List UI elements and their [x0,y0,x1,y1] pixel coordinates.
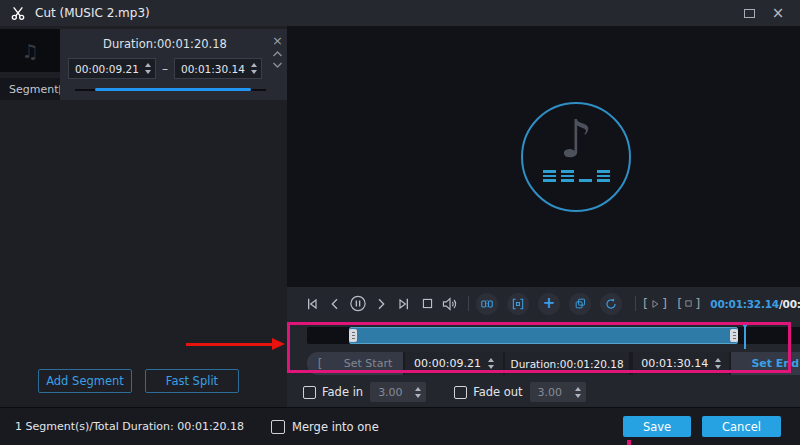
right-bracket-icon: ] [695,296,700,311]
timeline-track[interactable] [307,327,800,344]
spinner-up-icon [575,387,581,391]
stop-icon[interactable] [418,295,436,313]
step-back-icon[interactable] [326,295,344,313]
scissors-icon [10,5,26,21]
segment-card: Duration:00:01:20.18 00:00:09.21 – 00:01… [60,29,288,100]
spinner-down-icon [488,365,494,369]
fade-out-label: Fade out [473,385,522,399]
playback-time: 00:01:32.14/00:01:40.02 [710,298,800,310]
fade-out-checkbox[interactable] [454,386,467,399]
trim-duration-text: Duration:00:01:20.18 [503,352,631,375]
footer-bar: 1 Segment(s)/Total Duration: 00:01:20.18… [0,407,800,445]
fade-in-input[interactable]: 3.00 [370,382,426,402]
playhead-line [744,325,746,349]
trim-start-input[interactable]: 00:00:09.21 [403,352,503,375]
merge-into-one-label: Merge into one [292,420,379,434]
fade-in-spinner[interactable] [415,387,421,398]
segment-start-value: 00:00:09.21 [75,63,139,75]
timeline-selection[interactable] [349,327,738,344]
pause-icon[interactable] [349,295,367,313]
spinner-up-icon [145,63,151,67]
trim-start-handle[interactable] [349,329,357,342]
segment-move-down-icon[interactable] [272,61,283,69]
segment-end-input[interactable]: 00:01:30.14 [174,58,262,79]
trim-end-input[interactable]: 00:01:30.14 [631,352,731,375]
select-segment-button[interactable] [507,293,529,315]
skip-to-end-icon[interactable] [395,295,413,313]
start-bracket-icon: [ [307,357,333,371]
trim-start-spinner[interactable] [488,358,494,369]
media-preview: ♪ [287,26,800,287]
volume-icon[interactable] [441,295,459,313]
window-title: Cut (MUSIC 2.mp3) [35,6,150,20]
merge-into-one-checkbox[interactable] [271,420,285,434]
spinner-down-icon [715,365,721,369]
set-end-button[interactable]: Set End [731,357,800,370]
close-icon: × [772,6,785,21]
stop-icon [684,299,693,308]
fade-out-value: 3.00 [538,386,563,399]
duplicate-button[interactable] [569,293,591,315]
total-time: /00:01:40.02 [779,298,800,310]
current-time: 00:01:32.14 [710,298,779,310]
fast-split-button[interactable]: Fast Split [145,369,239,393]
segment-item[interactable]: ♫ Segment[1] Duration:00:01:20.18 00:00:… [0,29,287,100]
trim-end-spinner[interactable] [715,358,721,369]
segment-progress-fill [95,88,251,91]
pink-mark-annotation [627,440,631,445]
maximize-button[interactable] [739,3,759,23]
segment-delete-icon[interactable]: × [272,34,283,47]
spinner-up-icon [488,358,494,362]
range-dash: – [162,62,168,76]
cut-dialog-window: Cut (MUSIC 2.mp3) × ♫ Segment[1] Duratio… [0,0,800,445]
reset-button[interactable] [600,293,622,315]
segment-start-input[interactable]: 00:00:09.21 [68,58,156,79]
audio-placeholder-icon: ♪ [521,102,631,212]
title-bar: Cut (MUSIC 2.mp3) × [0,0,800,26]
trim-end-value: 00:01:30.14 [641,357,708,370]
segment-list-panel: ♫ Segment[1] Duration:00:01:20.18 00:00:… [0,26,287,407]
fade-in-label: Fade in [322,385,363,399]
close-button[interactable]: × [768,3,788,23]
segment-progress [68,88,262,92]
left-bracket-icon: [ [677,296,682,311]
stop-segment-button[interactable]: [ ] [677,296,700,311]
left-bracket-icon: [ [643,296,648,311]
segment-thumbnail[interactable]: ♫ [0,29,60,72]
segment-label: Segment[1] [0,78,60,100]
separator [468,296,469,311]
spinner-down-icon [575,394,581,398]
fade-out-spinner[interactable] [575,387,581,398]
equalizer-icon [543,170,610,182]
add-segment-button[interactable]: Add Segment [38,369,132,393]
save-button[interactable]: Save [623,416,691,437]
trim-start-value: 00:00:09.21 [414,357,481,370]
play-icon [650,299,660,309]
transport-bar: + [ ] [ ] 00:01: [287,287,800,320]
step-forward-icon[interactable] [372,295,390,313]
fade-in-checkbox[interactable] [303,386,316,399]
fade-out-input[interactable]: 3.00 [530,382,586,402]
spinner-up-icon [251,63,257,67]
trim-bar-row: [ Set Start 00:00:09.21 Duration:00:01:2… [287,350,800,377]
spinner-down-icon [415,394,421,398]
spinner-down-icon [145,70,151,74]
spinner-up-icon [415,387,421,391]
maximize-icon [744,9,755,18]
play-segment-button[interactable]: [ ] [643,296,667,311]
set-start-button[interactable]: Set Start [333,357,403,370]
trim-end-handle[interactable] [730,329,738,342]
split-button[interactable] [476,293,498,315]
add-button[interactable]: + [538,293,560,315]
segments-status-text: 1 Segment(s)/Total Duration: 00:01:20.18 [15,420,244,433]
segment-move-up-icon[interactable] [272,50,283,58]
skip-to-start-icon[interactable] [303,295,321,313]
segment-end-value: 00:01:30.14 [181,63,245,75]
cancel-button[interactable]: Cancel [702,416,781,437]
segment-end-spinner[interactable] [251,63,257,74]
segment-start-spinner[interactable] [145,63,151,74]
trim-bar: [ Set Start 00:00:09.21 Duration:00:01:2… [307,352,800,375]
separator [635,296,636,311]
fade-row: Fade in 3.00 Fade out 3.00 [287,377,800,407]
playhead[interactable] [739,322,751,349]
